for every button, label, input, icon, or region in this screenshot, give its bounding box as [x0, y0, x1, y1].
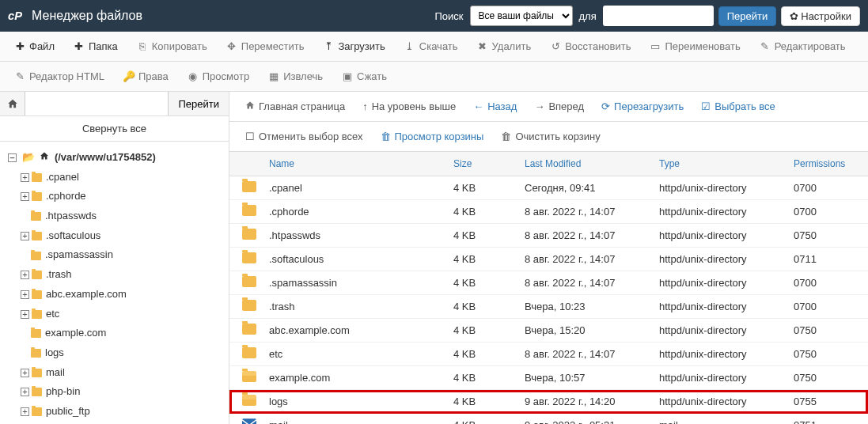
tree-node-label: etc [46, 308, 59, 320]
col-name-header[interactable]: Name [264, 158, 449, 169]
nav-select-all-button[interactable]: ☑Выбрать все [693, 97, 783, 116]
table-row[interactable]: .cpanel4 KBСегодня, 09:41httpd/unix-dire… [229, 176, 868, 200]
cell-type: httpd/unix-directory [654, 301, 789, 312]
upload-btn[interactable]: ⤒Загрузить [315, 36, 392, 56]
table-row[interactable]: .softaculous4 KB8 авг. 2022 г., 14:07htt… [229, 248, 868, 271]
table-row[interactable]: example.com4 KBВчера, 10:57httpd/unix-di… [229, 366, 868, 390]
edit-btn[interactable]: ✎Редактировать [752, 36, 854, 56]
delete-btn[interactable]: ✖Удалить [469, 36, 540, 56]
nav-back-button[interactable]: ←Назад [465, 97, 525, 116]
nav-forward-button[interactable]: →Вперед [526, 97, 592, 116]
cell-modified: Вчера, 15:20 [520, 324, 654, 336]
cell-name: .htpasswds [264, 229, 449, 241]
col-modified-header[interactable]: Last Modified [520, 158, 654, 169]
cell-name: .cpanel [264, 182, 449, 194]
extract-btn-icon: ▦ [268, 70, 279, 82]
table-row[interactable]: mail4 KB9 авг. 2022 г., 05:31mail0751 [229, 414, 868, 424]
nav-home-button[interactable]: Главная страница [237, 97, 353, 116]
nav-empty-trash-button[interactable]: 🗑Очистить корзину [493, 127, 608, 146]
cell-type: httpd/unix-directory [654, 372, 789, 384]
tree-node[interactable]: +.softaculous [3, 226, 226, 246]
for-label: для [579, 10, 597, 22]
folder-icon [32, 192, 42, 201]
tree-node-label: example.com [45, 327, 106, 339]
toolbar-primary: ✚Файл✚Папка⎘Копировать✥Переместить⤒Загру… [0, 32, 868, 62]
tree-node-label: .spamassassin [45, 248, 113, 260]
move-btn[interactable]: ✥Переместить [218, 36, 313, 56]
tree-root[interactable]: – 📂 (/var/www/u1754852) [3, 148, 226, 168]
tree-node[interactable]: +public_html [3, 422, 226, 424]
search-input[interactable] [603, 6, 714, 26]
table-row[interactable]: abc.example.com4 KBВчера, 15:20httpd/uni… [229, 319, 868, 343]
col-type-header[interactable]: Type [654, 158, 789, 169]
view-btn-label: Просмотр [203, 70, 249, 82]
expand-toggle[interactable]: + [21, 388, 29, 396]
expand-toggle[interactable]: + [21, 192, 29, 201]
home-button[interactable] [0, 92, 25, 115]
compress-btn[interactable]: ▣Сжать [334, 66, 395, 86]
expand-toggle[interactable]: + [21, 232, 29, 240]
restore-btn[interactable]: ↺Восстановить [542, 36, 639, 56]
tree-node[interactable]: +.trash [3, 265, 226, 285]
search-go-button[interactable]: Перейти [718, 6, 777, 26]
nav-view-trash-button[interactable]: 🗑Просмотр корзины [373, 127, 492, 146]
nav-reload-button[interactable]: ⟳Перезагрузить [593, 97, 692, 116]
expand-toggle[interactable]: + [21, 271, 29, 279]
home-icon [7, 98, 18, 109]
tree-node[interactable]: +public_ftp [3, 402, 226, 422]
tree-node[interactable]: example.com [3, 324, 226, 343]
table-row[interactable]: .spamassassin4 KB8 авг. 2022 г., 14:07ht… [229, 271, 868, 295]
nav-up-button[interactable]: ↑На уровень выше [354, 97, 464, 116]
tree-node[interactable]: +mail [3, 363, 226, 383]
view-btn[interactable]: ◉Просмотр [180, 66, 257, 86]
home-icon [40, 151, 52, 163]
download-btn[interactable]: ⤓Скачать [396, 36, 466, 56]
html-editor-btn[interactable]: ✎Редактор HTML [6, 66, 112, 86]
expand-toggle[interactable]: + [21, 407, 29, 416]
copy-btn[interactable]: ⎘Копировать [129, 36, 215, 56]
cell-name: .cphorde [264, 206, 449, 218]
table-row[interactable]: .cphorde4 KB8 авг. 2022 г., 14:07httpd/u… [229, 200, 868, 224]
cell-size: 4 KB [449, 253, 520, 265]
path-input[interactable] [25, 92, 168, 115]
file-btn[interactable]: ✚Файл [6, 36, 63, 56]
table-row[interactable]: logs4 KB9 авг. 2022 г., 14:20httpd/unix-… [229, 390, 868, 414]
expand-toggle[interactable]: – [8, 153, 17, 162]
table-row[interactable]: .trash4 KBВчера, 10:23httpd/unix-directo… [229, 295, 868, 319]
cell-size: 4 KB [449, 277, 520, 289]
tree-node[interactable]: .spamassassin [3, 245, 226, 265]
tree-node[interactable]: logs [3, 343, 226, 363]
rename-btn[interactable]: ▭Переименовать [642, 36, 748, 56]
download-btn-icon: ⤓ [404, 40, 415, 52]
perms-btn[interactable]: 🔑Права [116, 66, 176, 86]
delete-btn-icon: ✖ [477, 40, 488, 52]
extract-btn[interactable]: ▦Извлечь [260, 66, 331, 86]
tree-node[interactable]: +abc.example.com [3, 285, 226, 305]
tree-node[interactable]: +etc [3, 305, 226, 324]
expand-toggle[interactable]: + [21, 310, 29, 319]
folder-icon [32, 290, 42, 299]
expand-toggle[interactable]: + [21, 173, 29, 182]
collapse-all-button[interactable]: Свернуть все [0, 116, 229, 142]
tree-node[interactable]: +php-bin [3, 382, 226, 402]
folder-icon [242, 276, 256, 287]
path-go-button[interactable]: Перейти [168, 92, 229, 115]
sidebar: Перейти Свернуть все – 📂 (/var/www/u1754… [0, 92, 229, 424]
nav-deselect-button[interactable]: ☐Отменить выбор всех [237, 127, 371, 146]
table-row[interactable]: .htpasswds4 KB8 авг. 2022 г., 14:07httpd… [229, 224, 868, 248]
path-bar: Перейти [0, 92, 229, 116]
expand-toggle[interactable]: + [21, 369, 29, 377]
row-icon-cell [237, 276, 264, 290]
col-size-header[interactable]: Size [449, 158, 520, 169]
cell-type: httpd/unix-directory [654, 324, 789, 336]
settings-button[interactable]: ✿Настройки [781, 6, 860, 26]
html-editor-btn-icon: ✎ [14, 70, 25, 82]
tree-node[interactable]: +.cphorde [3, 187, 226, 206]
search-scope-select[interactable]: Все ваши файлы [470, 6, 573, 26]
expand-toggle[interactable]: + [21, 290, 29, 299]
col-perms-header[interactable]: Permissions [789, 158, 860, 169]
folder-btn[interactable]: ✚Папка [66, 36, 126, 56]
tree-node[interactable]: +.cpanel [3, 168, 226, 187]
tree-node[interactable]: .htpasswds [3, 206, 226, 226]
table-row[interactable]: etc4 KB8 авг. 2022 г., 14:07httpd/unix-d… [229, 343, 868, 366]
